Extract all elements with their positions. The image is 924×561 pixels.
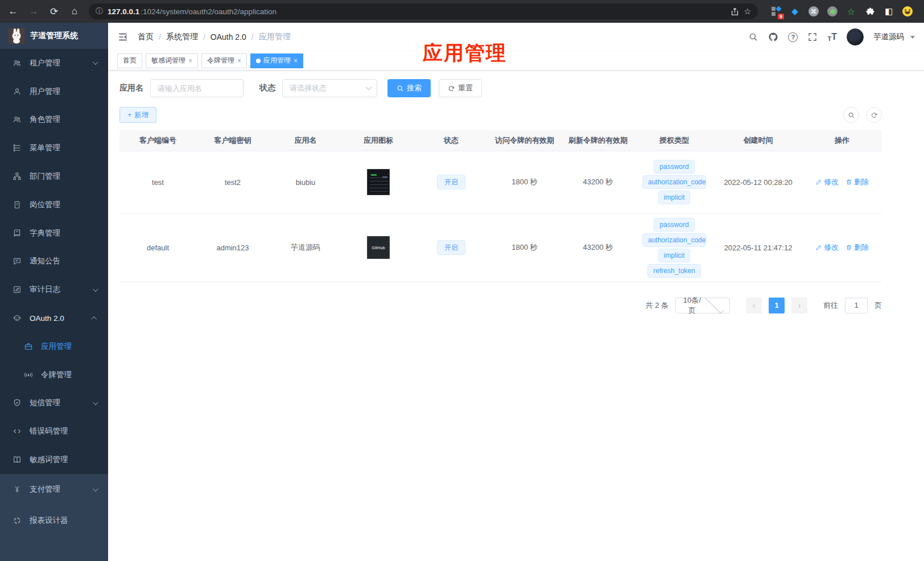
tab-sensitive-word[interactable]: 敏感词管理× [146, 53, 198, 68]
sidebar-item-label: 用户管理 [30, 86, 60, 97]
fullscreen-icon[interactable] [807, 32, 818, 42]
toggle-search-button[interactable] [843, 107, 859, 123]
delete-button[interactable]: 删除 [845, 242, 869, 253]
status-select[interactable]: 请选择状态 [282, 79, 377, 97]
sidebar-item-application-manage[interactable]: 应用管理 [0, 332, 108, 361]
status-placeholder: 请选择状态 [290, 83, 365, 93]
browser-menu-icon[interactable]: ⋮ [921, 6, 924, 17]
delete-button[interactable]: 删除 [845, 177, 869, 187]
edit-label: 修改 [824, 242, 839, 253]
sidebar-item-tenant[interactable]: 租户管理 [0, 49, 108, 77]
sidebar-item-error-code[interactable]: 错误码管理 [0, 417, 108, 446]
extension-gem-icon[interactable]: ◆ [789, 6, 801, 17]
site-info-icon[interactable]: ⓘ [96, 6, 103, 16]
share-icon[interactable] [731, 7, 739, 16]
close-icon[interactable]: × [237, 57, 241, 65]
close-icon[interactable]: × [188, 57, 192, 65]
tab-label: 首页 [123, 56, 137, 65]
filter-form: 应用名 状态 请选择状态 搜索 重置 [119, 79, 882, 97]
reset-button[interactable]: 重置 [439, 79, 482, 97]
current-page-button[interactable]: 1 [769, 298, 785, 314]
reload-icon[interactable]: ⟳ [48, 6, 60, 18]
extension-record-icon[interactable] [827, 6, 838, 17]
menu-tree-icon [13, 143, 22, 152]
tab-home[interactable]: 首页 [117, 53, 142, 68]
next-page-button[interactable]: › [791, 298, 807, 314]
prev-page-button[interactable]: ‹ [746, 298, 762, 314]
app-logo[interactable]: 芋道管理系统 [0, 23, 108, 49]
close-icon[interactable]: × [294, 57, 298, 65]
username: 芋道源码 [873, 32, 904, 42]
help-icon[interactable]: ? [788, 32, 798, 42]
breadcrumb-home[interactable]: 首页 [138, 32, 154, 42]
row-actions: 修改 删除 [802, 177, 882, 187]
sidebar-item-menu-manage[interactable]: 菜单管理 [0, 134, 108, 162]
chevron-down-icon[interactable] [910, 36, 915, 39]
sidebar-item-label: 角色管理 [30, 114, 60, 125]
pencil-icon [815, 244, 822, 251]
sidebar-item-label: 部门管理 [30, 171, 60, 182]
refresh-icon [871, 112, 878, 119]
pagination: 共 2 条 10条/页 ‹ 1 › 前往 页 [119, 298, 882, 314]
sidebar-item-report-designer[interactable]: 报表设计器 [0, 505, 108, 537]
forward-icon[interactable]: → [27, 6, 40, 17]
app-icon-image [367, 169, 390, 195]
briefcase-icon [24, 342, 33, 351]
sidebar-item-sms[interactable]: 短信管理 [0, 389, 108, 418]
cell-created-at: 2022-05-11 21:47:12 [714, 213, 802, 282]
refresh-table-button[interactable] [866, 107, 882, 123]
sidebar-item-dept[interactable]: 部门管理 [0, 162, 108, 191]
add-button[interactable]: + 新增 [119, 107, 156, 123]
sidebar-collapse-icon[interactable] [117, 31, 129, 43]
announcement-icon [13, 257, 22, 266]
address-bar[interactable]: ⓘ 127.0.0.1 :1024/system/oauth2/oauth2/a… [89, 3, 758, 19]
edit-button[interactable]: 修改 [815, 177, 839, 187]
bookmark-star-icon[interactable]: ☆ [744, 7, 751, 16]
font-size-icon[interactable]: TT [827, 32, 837, 42]
org-chart-icon [13, 172, 22, 181]
home-icon[interactable]: ⌂ [68, 6, 81, 17]
sidebar-item-label: 租户管理 [30, 58, 60, 68]
sidebar-item-notice[interactable]: 通知公告 [0, 248, 108, 276]
extension-grid-icon[interactable]: 9 [770, 6, 782, 17]
split-screen-icon[interactable]: ◧ [883, 6, 894, 17]
col-client-secret: 客户端密钥 [196, 130, 269, 151]
back-icon[interactable]: ← [7, 6, 19, 17]
sidebar-item-user[interactable]: 用户管理 [0, 77, 108, 106]
search-icon[interactable] [748, 32, 758, 42]
breadcrumb-oauth2[interactable]: OAuth 2.0 [211, 32, 246, 42]
table-row: default admin123 芋道源码 GitHub 开启 1800 秒 4… [119, 213, 882, 282]
github-icon[interactable] [768, 32, 778, 42]
sidebar-item-token-manage[interactable]: 令牌管理 [0, 361, 108, 389]
search-button-label: 搜索 [407, 83, 422, 93]
chevron-down-icon [93, 60, 98, 65]
token-signal-icon [24, 370, 33, 380]
sidebar-item-oauth2[interactable]: OAuth 2.0 [0, 304, 108, 332]
breadcrumb-system[interactable]: 系统管理 [166, 32, 198, 42]
sidebar-item-post[interactable]: 岗位管理 [0, 191, 108, 219]
search-button[interactable]: 搜索 [387, 79, 431, 97]
user-avatar[interactable] [847, 28, 864, 46]
cell-app-name: biubiu [269, 151, 342, 213]
emoji-extension-icon[interactable] [902, 6, 913, 17]
goto-page-input[interactable] [845, 298, 868, 314]
sidebar-item-sensitive-word[interactable]: 敏感词管理 [0, 446, 108, 474]
tab-application-manage[interactable]: 应用管理× [250, 53, 303, 68]
table-row: test test2 biubiu 开启 1800 秒 43200 秒 pass… [119, 151, 882, 213]
chevron-down-icon [705, 295, 723, 313]
tab-token-manage[interactable]: 令牌管理× [201, 53, 247, 68]
app-name-input[interactable] [150, 79, 244, 97]
sidebar-menu: 租户管理 用户管理 角色管理 菜单管理 部门管理 岗位管理 [0, 49, 108, 474]
sidebar-item-dict[interactable]: 字典管理 [0, 219, 108, 248]
edit-button[interactable]: 修改 [815, 242, 839, 253]
goto-label: 前往 [823, 300, 838, 311]
extension-star-icon[interactable]: ☆ [845, 6, 857, 17]
cell-client-id: default [119, 213, 196, 282]
extension-command-icon[interactable]: ⌘ [808, 6, 819, 17]
sidebar-item-label: 菜单管理 [30, 143, 60, 153]
extension-puzzle-icon[interactable] [864, 6, 876, 17]
page-size-select[interactable]: 10条/页 [675, 298, 730, 314]
sidebar-item-audit-log[interactable]: 审计日志 [0, 275, 108, 304]
sidebar-item-role[interactable]: 角色管理 [0, 106, 108, 134]
sidebar-item-payment[interactable]: 支付管理 [0, 474, 108, 505]
